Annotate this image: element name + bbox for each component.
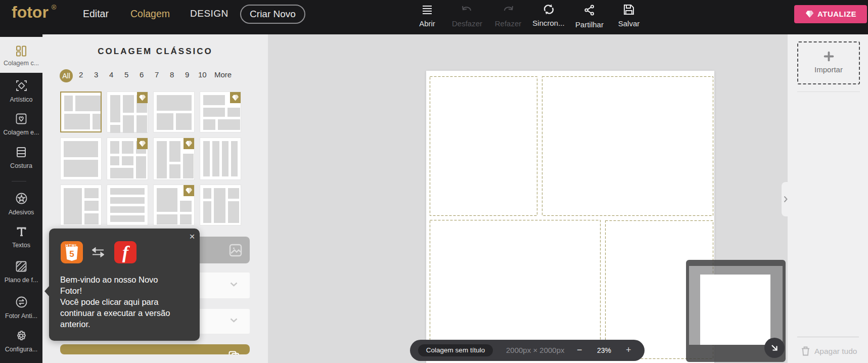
svg-text:5: 5 — [69, 249, 74, 259]
